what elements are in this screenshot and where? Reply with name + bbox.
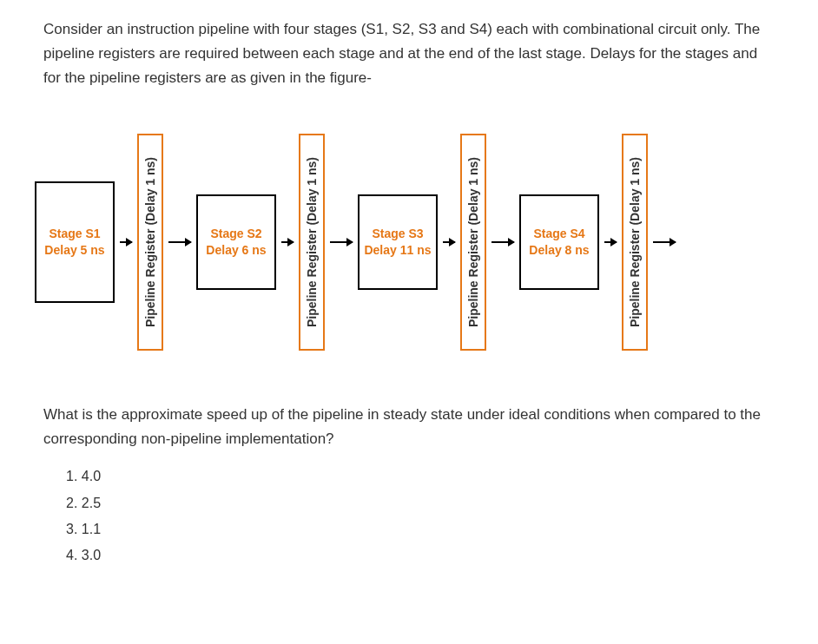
stage-s2-delay: Delay 6 ns bbox=[206, 242, 266, 259]
register-label: Pipeline Register (Delay 1 ns) bbox=[143, 157, 157, 327]
pipeline-diagram: Stage S1 Delay 5 ns Pipeline Register (D… bbox=[35, 134, 775, 351]
stage-s3-delay: Delay 11 ns bbox=[364, 242, 431, 259]
arrow-icon bbox=[653, 241, 676, 243]
pipeline-register-4: Pipeline Register (Delay 1 ns) bbox=[622, 134, 648, 351]
pipeline-register-1: Pipeline Register (Delay 1 ns) bbox=[137, 134, 163, 351]
arrow-icon bbox=[168, 241, 191, 243]
register-label: Pipeline Register (Delay 1 ns) bbox=[628, 157, 642, 327]
stage-s2-name: Stage S2 bbox=[210, 226, 261, 242]
arrow-icon bbox=[491, 241, 514, 243]
stage-s3-box: Stage S3 Delay 11 ns bbox=[358, 194, 438, 290]
stage-s2-box: Stage S2 Delay 6 ns bbox=[196, 194, 276, 290]
option-2: 2. 2.5 bbox=[66, 490, 775, 516]
stage-s3-name: Stage S3 bbox=[372, 226, 423, 242]
stage-s4-delay: Delay 8 ns bbox=[529, 242, 589, 259]
question-intro: Consider an instruction pipeline with fo… bbox=[43, 17, 775, 90]
arrow-icon bbox=[120, 241, 132, 243]
arrow-icon bbox=[604, 241, 617, 243]
arrow-icon bbox=[330, 241, 353, 243]
option-3: 3. 1.1 bbox=[66, 516, 775, 542]
arrow-icon bbox=[281, 241, 294, 243]
register-label: Pipeline Register (Delay 1 ns) bbox=[466, 157, 480, 327]
stage-s1-box: Stage S1 Delay 5 ns bbox=[35, 181, 115, 303]
question-followup: What is the approximate speed up of the … bbox=[43, 403, 775, 451]
option-1: 1. 4.0 bbox=[66, 463, 775, 490]
arrow-icon bbox=[443, 241, 455, 243]
pipeline-register-3: Pipeline Register (Delay 1 ns) bbox=[460, 134, 486, 351]
stage-s1-delay: Delay 5 ns bbox=[44, 242, 104, 259]
stage-s4-name: Stage S4 bbox=[533, 226, 584, 242]
option-4: 4. 3.0 bbox=[66, 542, 775, 568]
stage-s1-name: Stage S1 bbox=[49, 226, 100, 242]
register-label: Pipeline Register (Delay 1 ns) bbox=[305, 157, 319, 327]
answer-options: 1. 4.0 2. 2.5 3. 1.1 4. 3.0 bbox=[43, 463, 775, 569]
stage-s4-box: Stage S4 Delay 8 ns bbox=[519, 194, 599, 290]
pipeline-register-2: Pipeline Register (Delay 1 ns) bbox=[299, 134, 325, 351]
